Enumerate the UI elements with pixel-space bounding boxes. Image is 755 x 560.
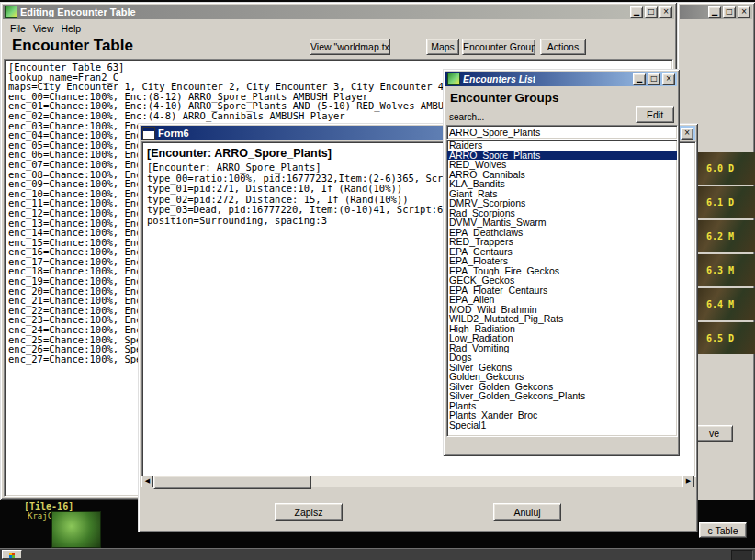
map-thumbnail[interactable] <box>51 511 101 548</box>
close-icon[interactable]: × <box>659 6 672 18</box>
list-item[interactable]: High_Radiation <box>447 324 677 334</box>
search-label: search... <box>449 112 484 122</box>
search-input[interactable] <box>446 125 678 140</box>
list-item[interactable]: Silver_Golden_Gekcons_Plants <box>447 391 677 401</box>
list-item[interactable]: Silver_Gekons <box>447 363 677 373</box>
encounter-groups-heading: Encounter Groups <box>450 91 559 105</box>
list-item[interactable]: ARRO_Spore_Plants <box>447 151 677 161</box>
menu-bar: FileViewHelp <box>4 21 673 35</box>
list-item[interactable]: Plants_Xander_Broc <box>447 410 677 420</box>
scrollbar-thumb[interactable] <box>153 476 311 489</box>
list-item[interactable]: EPA_Floater_Centaurs <box>447 286 677 296</box>
list-item[interactable]: Rad_Scorpions <box>447 208 677 218</box>
maximize-icon[interactable]: □ <box>648 73 660 85</box>
actions-button[interactable]: Actions <box>540 39 586 55</box>
cancel-button[interactable]: Anuluj <box>493 503 561 521</box>
encounter-groups-button[interactable]: Encounter Groups <box>462 39 535 55</box>
form-icon <box>142 127 155 140</box>
window-title: Encounters List <box>463 73 535 84</box>
maximize-icon[interactable]: □ <box>645 6 658 18</box>
taskbar <box>0 548 755 560</box>
app-icon <box>447 73 460 85</box>
minimize-icon[interactable]: ▁ <box>708 6 721 18</box>
system-tray[interactable] <box>731 550 753 560</box>
list-item[interactable]: Raiders <box>447 140 677 151</box>
list-item[interactable]: MOD_Wild_Brahmin <box>447 305 677 315</box>
list-item[interactable]: DVMV_Mantis_Swarm <box>447 218 677 228</box>
encounters-list-window: Encounters List ▁ □ × Encounter Groups s… <box>443 69 680 456</box>
list-item[interactable]: Special1 <box>447 420 677 431</box>
worldmap-window-titlebar[interactable]: ▁ □ × <box>680 5 752 19</box>
map-tile[interactable]: 6.3 M <box>698 254 755 286</box>
map-tile[interactable]: 6.1 D <box>698 186 755 218</box>
app-icon <box>5 6 17 18</box>
list-item[interactable]: RED_Wolves <box>447 160 677 170</box>
list-item[interactable]: EPA_Floaters <box>447 256 677 266</box>
list-item[interactable]: Golden_Gekcons <box>447 372 677 382</box>
list-item[interactable]: RED_Trappers <box>447 237 677 247</box>
list-item[interactable]: Silver_Golden_Gekcons <box>447 382 677 392</box>
list-item[interactable]: WILD2_Mutated_Pig_Rats <box>447 314 677 324</box>
tile-label: 6.3 M <box>706 265 734 275</box>
scrollbar-track[interactable] <box>311 476 682 487</box>
windows-logo-icon <box>9 553 15 558</box>
window-title: Editing Encounter Table <box>20 6 136 17</box>
tile-label: 6.0 D <box>706 163 734 174</box>
menu-item-view[interactable]: View <box>33 23 54 34</box>
partial-table-button[interactable]: c Table <box>699 522 747 538</box>
tile-label: 6.5 D <box>706 333 734 343</box>
main-titlebar[interactable]: Editing Encounter Table ▁ □ × <box>3 5 674 19</box>
partial-move-button[interactable]: ve <box>695 425 733 442</box>
map-tile[interactable]: 6.2 M <box>698 220 755 252</box>
minimize-icon[interactable]: ▁ <box>630 6 643 18</box>
desktop: ▁ □ × 6.0 D6.1 D6.2 M6.3 M6.4 M6.5 D ve … <box>0 0 755 560</box>
map-tile[interactable]: 6.0 D <box>698 152 755 185</box>
list-item[interactable]: EPA_Centaurs <box>447 247 677 257</box>
page-title: Encounter Table <box>12 37 133 55</box>
window-title: Form6 <box>158 128 189 139</box>
maps-button[interactable]: Maps <box>426 39 459 55</box>
tile-label: 6.4 M <box>706 299 734 309</box>
map-tile[interactable]: 6.5 D <box>698 322 755 354</box>
list-item[interactable]: Giant_Rats <box>447 189 677 199</box>
list-item[interactable]: GECK_Geckos <box>447 275 677 286</box>
scroll-right-icon[interactable]: ▶ <box>682 476 694 487</box>
tile-label: 6.2 M <box>706 231 734 241</box>
save-button[interactable]: Zapisz <box>275 503 343 521</box>
tile-strip: 6.0 D6.1 D6.2 M6.3 M6.4 M6.5 D <box>698 152 755 356</box>
edit-button[interactable]: Edit <box>636 106 674 123</box>
horizontal-scrollbar[interactable]: ◀ ▶ <box>141 476 694 487</box>
list-item[interactable]: DMRV_Scorpions <box>447 198 677 208</box>
view-worldmap-button[interactable]: View "worldmap.txt" <box>310 39 390 55</box>
encounter-groups-list[interactable]: RaidersARRO_Spore_PlantsRED_WolvesARRO_C… <box>446 140 678 437</box>
list-item[interactable]: KLA_Bandits <box>447 179 677 189</box>
close-icon[interactable]: × <box>662 73 675 85</box>
menu-item-file[interactable]: File <box>10 23 26 34</box>
list-item[interactable]: Low_Radiation <box>447 333 677 343</box>
start-button[interactable] <box>2 550 22 559</box>
menu-item-help[interactable]: Help <box>62 23 82 34</box>
map-tile[interactable]: 6.4 M <box>698 288 755 320</box>
list-item[interactable]: ARRO_Cannibals <box>447 170 677 180</box>
list-item[interactable]: Dogs <box>447 353 677 363</box>
close-icon[interactable]: × <box>738 6 750 18</box>
scroll-left-icon[interactable]: ◀ <box>141 476 153 487</box>
list-item[interactable]: EPA_Alien <box>447 295 677 305</box>
list-item[interactable]: Plants <box>447 401 677 411</box>
encounters-titlebar[interactable]: Encounters List ▁ □ × <box>445 72 677 86</box>
maximize-icon[interactable]: □ <box>723 6 736 18</box>
close-icon[interactable]: × <box>681 128 693 140</box>
tile-caption: [Tile-16] <box>24 501 73 511</box>
list-item[interactable]: Rad_Vomiting <box>447 343 677 353</box>
list-item[interactable]: EPA_Tough_Fire_Geckos <box>447 266 677 276</box>
minimize-icon[interactable]: ▁ <box>633 73 646 85</box>
tile-label: 6.1 D <box>706 197 734 207</box>
list-item[interactable]: EPA_Deathclaws <box>447 228 677 238</box>
